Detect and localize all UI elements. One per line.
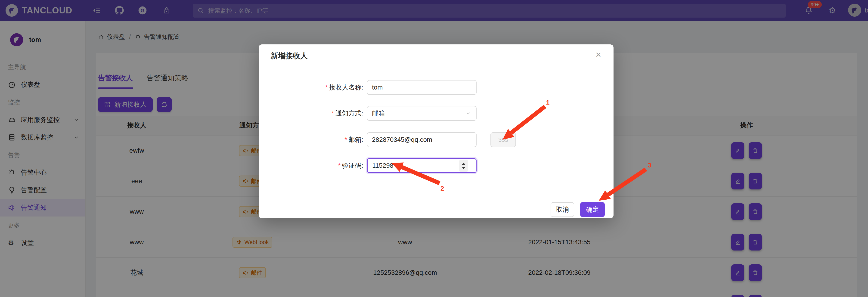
field-label: 通知方式:	[336, 110, 363, 117]
number-stepper[interactable]	[459, 160, 468, 172]
field-label: 验证码:	[342, 162, 363, 169]
app-root: TANCLOUD G 99+ ⚙ tom	[0, 0, 868, 297]
required-mark: *	[325, 84, 328, 91]
field-label: 邮箱:	[348, 136, 363, 143]
notify-type-select[interactable]: 邮箱	[367, 106, 476, 121]
modal-footer-divider	[259, 195, 614, 195]
required-mark: *	[332, 110, 334, 117]
stepper-up-icon[interactable]	[462, 163, 465, 165]
required-mark: *	[338, 162, 341, 169]
close-icon[interactable]: ✕	[592, 50, 604, 60]
field-receiver-name: *接收人名称:	[259, 80, 614, 95]
email-input[interactable]	[367, 132, 476, 147]
ok-button[interactable]: 确定	[580, 202, 605, 217]
field-verify-code: *验证码:	[259, 158, 614, 173]
cancel-button[interactable]: 取消	[551, 202, 574, 217]
modal-title: 新增接收人	[271, 51, 308, 61]
receiver-name-input[interactable]	[367, 80, 476, 95]
chevron-down-icon	[465, 110, 471, 116]
field-label: 接收人名称:	[329, 84, 363, 91]
stepper-down-icon[interactable]	[462, 167, 465, 169]
field-email: *邮箱: 35s	[259, 132, 614, 147]
add-receiver-modal: 新增接收人 ✕ *接收人名称: *通知方式: 邮箱 *邮箱: 35s *验证码:	[259, 44, 614, 218]
required-mark: *	[344, 136, 347, 143]
modal-header-divider	[259, 71, 614, 71]
field-notify-type: *通知方式: 邮箱	[259, 106, 614, 121]
send-code-countdown-button[interactable]: 35s	[491, 132, 516, 147]
